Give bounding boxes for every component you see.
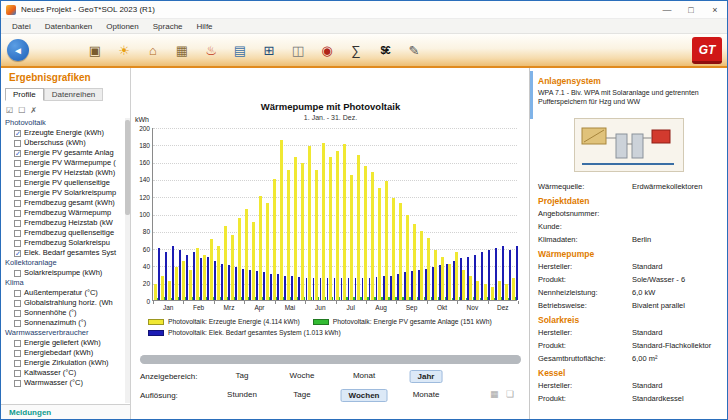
project-variant-icon[interactable]: ▣ (83, 38, 107, 62)
chart-scrollbar[interactable] (140, 355, 521, 364)
tree-item[interactable]: Energie PV Wärmepumpe ( (1, 158, 124, 168)
tree-item[interactable]: ✓Elek. Bedarf gesamtes Syst (1, 248, 124, 258)
checkbox[interactable]: ✓ (14, 250, 21, 257)
x-axis-label: Feb (183, 304, 214, 311)
checkbox[interactable] (14, 360, 21, 367)
tree-item[interactable]: Fremdbezug Heizstab (kW (1, 218, 124, 228)
tree-item[interactable]: Solarkreispumpe (kWh) (1, 268, 124, 278)
resolution-option-tage[interactable]: Tage (286, 389, 317, 400)
tree-item[interactable]: Fremdbezug Solarkreispu (1, 238, 124, 248)
menu-datenbanken[interactable]: Datenbanken (38, 19, 100, 34)
clear-selection-icon[interactable]: ✗ (30, 106, 37, 115)
checkbox[interactable] (14, 370, 21, 377)
info-label: Klimadaten: (538, 233, 632, 246)
tree-item[interactable]: Warmwasser (°C) (1, 378, 124, 388)
checkbox[interactable] (14, 220, 21, 227)
results-icon[interactable]: ∑ (344, 38, 368, 62)
report-icon[interactable]: ✎ (402, 38, 426, 62)
checkbox[interactable] (14, 170, 21, 177)
menu-hilfe[interactable]: Hilfe (190, 19, 220, 34)
tree-group[interactable]: Kollektoranlage (1, 258, 124, 268)
tree-item[interactable]: Sonnenhöhe (°) (1, 308, 124, 318)
panel-scrollbar-thumb[interactable] (530, 71, 533, 119)
storage-tank-icon[interactable]: ◫ (286, 38, 310, 62)
tree-group[interactable]: Photovoltaik (1, 118, 124, 128)
tree-item[interactable]: Sonnenazimuth (°) (1, 318, 124, 328)
menu-sprache[interactable]: Sprache (146, 19, 190, 34)
checkbox[interactable] (14, 340, 21, 347)
building-icon[interactable]: ▦ (170, 38, 194, 62)
range-option-tag[interactable]: Tag (229, 370, 256, 381)
checkbox[interactable] (14, 200, 21, 207)
tree-item[interactable]: Fremdbezug Wärmepump (1, 208, 124, 218)
tree-scrollbar[interactable] (125, 118, 130, 403)
display-range-row: Anzeigebereich: TagWocheMonatJahr (132, 370, 529, 385)
tree-item[interactable]: ✓Energie PV gesamte Anlag (1, 148, 124, 158)
tree-group[interactable]: Warmwasserverbraucher (1, 328, 124, 338)
checkbox[interactable] (14, 270, 21, 277)
back-icon[interactable]: ◄ (7, 39, 29, 61)
bar-elec-demand (369, 278, 371, 300)
checkbox[interactable] (14, 140, 21, 147)
tree-item[interactable]: Fremdbezug gesamt (kWh) (1, 198, 124, 208)
checkbox[interactable] (14, 320, 21, 327)
tree-group[interactable]: Klima (1, 278, 124, 288)
meldungen-section[interactable]: Meldungen (1, 404, 130, 419)
tab-datenreihen[interactable]: Datenreihen (44, 88, 104, 101)
info-row: Betriebsweise:Bivalent parallel (538, 299, 723, 312)
chart-scrollbar-thumb[interactable] (140, 355, 521, 364)
tree-item[interactable]: ✓Erzeugte Energie (kWh) (1, 128, 124, 138)
close-button[interactable]: × (703, 1, 727, 18)
checkbox[interactable] (14, 380, 21, 387)
tree-item[interactable]: Energie PV Solarkreispump (1, 188, 124, 198)
tree-item[interactable]: Außentemperatur (°C) (1, 288, 124, 298)
copy-table-icon[interactable]: ▦ (490, 389, 499, 399)
tree-item[interactable]: Kaltwasser (°C) (1, 368, 124, 378)
minimize-button[interactable]: — (655, 1, 679, 18)
range-option-monat[interactable]: Monat (346, 370, 382, 381)
checkbox[interactable] (14, 240, 21, 247)
tree-item[interactable]: Überschuss (kWh) (1, 138, 124, 148)
tree-toolbar: ☑☐✗ (6, 104, 37, 116)
uncheck-all-icon[interactable]: ☐ (18, 106, 25, 115)
tree-item[interactable]: Energie PV quellenseitige (1, 178, 124, 188)
tree-item[interactable]: Energie geliefert (kWh) (1, 338, 124, 348)
checkbox[interactable] (14, 210, 21, 217)
resolution-option-monate[interactable]: Monate (406, 389, 447, 400)
climate-data-icon[interactable]: ☀ (112, 38, 136, 62)
bar-elec-demand (397, 274, 399, 300)
checkbox[interactable]: ✓ (14, 130, 21, 137)
tree-item[interactable]: Energie PV Heizstab (kWh) (1, 168, 124, 178)
resolution-option-wochen[interactable]: Wochen (341, 389, 388, 402)
tree-item[interactable]: Globalstrahlung horiz. (Wh (1, 298, 124, 308)
range-option-woche[interactable]: Woche (283, 370, 322, 381)
menu-datei[interactable]: Datei (5, 19, 38, 34)
checkbox[interactable] (14, 180, 21, 187)
check-all-icon[interactable]: ☑ (6, 106, 13, 115)
boiler-icon[interactable]: ◉ (315, 38, 339, 62)
tree-item[interactable]: Energiebedarf (kWh) (1, 348, 124, 358)
tree-item[interactable]: Energie Zirkulation (kWh) (1, 358, 124, 368)
tree-item[interactable]: Fremdbezug quellenseitige (1, 228, 124, 238)
range-option-jahr[interactable]: Jahr (410, 370, 443, 383)
resolution-option-stunden[interactable]: Stunden (220, 389, 264, 400)
solar-collector-icon[interactable]: ▤ (228, 38, 252, 62)
economy-icon[interactable]: $€ (373, 38, 397, 62)
checkbox[interactable] (14, 350, 21, 357)
heat-pump-icon[interactable]: ♨ (199, 38, 223, 62)
checkbox[interactable] (14, 300, 21, 307)
pv-module-icon[interactable]: ⊞ (257, 38, 281, 62)
tab-profile[interactable]: Profile (5, 88, 44, 101)
tree-scrollbar-thumb[interactable] (125, 120, 130, 215)
checkbox[interactable] (14, 160, 21, 167)
system-selection-icon[interactable]: ⌂ (141, 38, 165, 62)
print-icon[interactable]: ❏ (506, 389, 514, 399)
checkbox[interactable] (14, 230, 21, 237)
menu-optionen[interactable]: Optionen (99, 19, 145, 34)
checkbox[interactable]: ✓ (14, 150, 21, 157)
checkbox[interactable] (14, 310, 21, 317)
checkbox[interactable] (14, 290, 21, 297)
tree-item-label: Energie PV Wärmepumpe ( (24, 158, 116, 168)
checkbox[interactable] (14, 190, 21, 197)
maximize-button[interactable]: □ (679, 1, 703, 18)
